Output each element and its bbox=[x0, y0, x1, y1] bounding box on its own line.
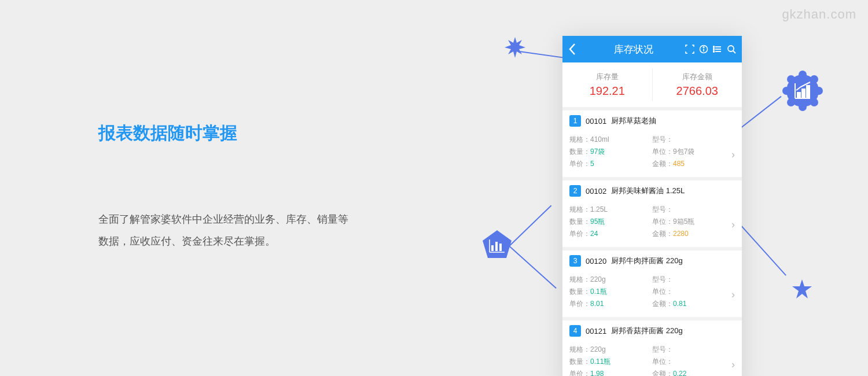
spec-label: 规格： bbox=[569, 275, 590, 283]
inventory-item[interactable]: 3 00120 厨邦牛肉拌面酱 220g 规格：220g 型号： 数量：0.1瓶… bbox=[562, 250, 742, 320]
bar-chart-icon bbox=[481, 229, 513, 260]
burst-icon bbox=[505, 37, 525, 58]
chevron-right-icon: › bbox=[731, 148, 735, 160]
unit-value: 9包7袋 bbox=[673, 148, 694, 156]
svg-point-13 bbox=[787, 98, 795, 106]
unit-label: 单位： bbox=[652, 218, 673, 226]
item-name: 厨邦香菇拌面酱 220g bbox=[611, 326, 683, 336]
price-value: 24 bbox=[590, 230, 598, 238]
stock-amount-card: 库存金额 2766.03 bbox=[653, 68, 742, 101]
qty-label: 数量： bbox=[569, 218, 590, 226]
price-label: 单价： bbox=[569, 370, 590, 376]
connector-line bbox=[509, 205, 551, 246]
spec-value: 410ml bbox=[590, 135, 609, 143]
item-index: 2 bbox=[569, 185, 581, 197]
stock-quantity-value: 192.21 bbox=[562, 84, 652, 98]
amount-label: 金额： bbox=[652, 230, 673, 238]
svg-point-14 bbox=[782, 87, 790, 95]
svg-point-28 bbox=[713, 46, 715, 47]
connector-line bbox=[509, 245, 557, 289]
chevron-right-icon: › bbox=[731, 288, 735, 300]
svg-rect-3 bbox=[495, 242, 498, 251]
model-label: 型号： bbox=[652, 345, 673, 353]
item-name: 厨邦牛肉拌面酱 220g bbox=[611, 256, 683, 266]
price-label: 单价： bbox=[569, 230, 590, 238]
svg-line-32 bbox=[733, 51, 735, 53]
svg-point-29 bbox=[713, 49, 715, 50]
spec-label: 规格： bbox=[569, 345, 590, 353]
price-value: 5 bbox=[590, 160, 594, 168]
inventory-item[interactable]: 4 00121 厨邦香菇拌面酱 220g 规格：220g 型号： 数量：0.11… bbox=[562, 320, 742, 376]
unit-label: 单位： bbox=[652, 148, 673, 156]
spec-value: 220g bbox=[590, 275, 606, 283]
svg-rect-2 bbox=[491, 245, 494, 251]
item-code: 00101 bbox=[586, 117, 606, 126]
chevron-right-icon: › bbox=[731, 358, 735, 370]
amount-value: 485 bbox=[673, 160, 685, 168]
growth-chart-icon bbox=[781, 69, 824, 112]
svg-point-8 bbox=[799, 71, 807, 79]
connector-line bbox=[741, 226, 786, 276]
search-icon[interactable] bbox=[727, 45, 736, 54]
chevron-right-icon: › bbox=[731, 218, 735, 230]
stock-quantity-label: 库存量 bbox=[562, 72, 652, 82]
spec-value: 220g bbox=[590, 345, 606, 353]
qty-value: 0.11瓶 bbox=[590, 357, 610, 366]
svg-point-11 bbox=[810, 98, 818, 106]
inventory-item[interactable]: 1 00101 厨邦草菇老抽 规格：410ml 型号： 数量：97袋 单位：9包… bbox=[562, 110, 742, 180]
svg-point-10 bbox=[815, 87, 823, 95]
amount-label: 金额： bbox=[652, 300, 673, 308]
qty-label: 数量： bbox=[569, 148, 590, 156]
svg-rect-18 bbox=[797, 93, 800, 98]
model-label: 型号： bbox=[652, 275, 673, 283]
connector-line bbox=[520, 51, 565, 58]
back-button[interactable] bbox=[568, 43, 582, 56]
stock-amount-label: 库存金额 bbox=[653, 72, 742, 82]
svg-point-24 bbox=[703, 47, 704, 48]
stock-amount-value: 2766.03 bbox=[653, 84, 742, 98]
list-icon[interactable] bbox=[713, 45, 722, 54]
svg-point-30 bbox=[713, 51, 715, 52]
svg-marker-21 bbox=[792, 279, 812, 298]
summary-panel: 库存量 192.21 库存金额 2766.03 bbox=[562, 62, 742, 110]
amount-value: 0.22 bbox=[673, 370, 686, 376]
qty-value: 97袋 bbox=[590, 148, 605, 156]
amount-label: 金额： bbox=[652, 160, 673, 168]
amount-value: 2280 bbox=[673, 230, 689, 238]
qty-label: 数量： bbox=[569, 357, 590, 366]
page-title: 报表数据随时掌握 bbox=[98, 121, 353, 145]
amount-label: 金额： bbox=[652, 370, 673, 376]
svg-marker-0 bbox=[505, 37, 525, 58]
price-label: 单价： bbox=[569, 300, 590, 308]
item-name: 厨邦草菇老抽 bbox=[611, 116, 656, 126]
svg-point-9 bbox=[810, 75, 818, 83]
mobile-app-screen: 库存状况 库存量 192.21 库存金额 2766.03 1 00101 厨邦草… bbox=[562, 36, 742, 376]
amount-value: 0.81 bbox=[673, 300, 686, 308]
page-description: 全面了解管家婆软件中企业经营的业务、库存、销量等数据，应收应付、资金往来尽在掌握… bbox=[98, 209, 353, 253]
info-icon[interactable] bbox=[699, 45, 708, 54]
item-index: 3 bbox=[569, 255, 581, 267]
item-index: 1 bbox=[569, 115, 581, 127]
svg-rect-20 bbox=[807, 86, 810, 98]
price-label: 单价： bbox=[569, 160, 590, 168]
item-name: 厨邦美味鲜酱油 1.25L bbox=[611, 186, 685, 196]
item-code: 00121 bbox=[586, 327, 606, 336]
unit-value: 9箱5瓶 bbox=[673, 218, 694, 226]
spec-value: 1.25L bbox=[590, 205, 608, 213]
inventory-item[interactable]: 2 00102 厨邦美味鲜酱油 1.25L 规格：1.25L 型号： 数量：95… bbox=[562, 180, 742, 250]
svg-point-15 bbox=[787, 75, 795, 83]
marketing-text: 报表数据随时掌握 全面了解管家婆软件中企业经营的业务、库存、销量等数据，应收应付… bbox=[98, 121, 353, 253]
qty-label: 数量： bbox=[569, 287, 590, 296]
price-value: 8.01 bbox=[590, 300, 604, 308]
inventory-list: 1 00101 厨邦草菇老抽 规格：410ml 型号： 数量：97袋 单位：9包… bbox=[562, 110, 742, 376]
spec-label: 规格： bbox=[569, 205, 590, 213]
item-code: 00120 bbox=[586, 257, 606, 266]
qty-value: 0.1瓶 bbox=[590, 287, 607, 296]
unit-label: 单位： bbox=[652, 357, 673, 366]
watermark: gkzhan.com bbox=[782, 7, 856, 22]
app-header: 库存状况 bbox=[562, 36, 742, 62]
screen-title: 库存状况 bbox=[582, 43, 685, 56]
price-value: 1.98 bbox=[590, 370, 604, 376]
svg-point-12 bbox=[799, 103, 807, 111]
scan-icon[interactable] bbox=[685, 45, 694, 54]
